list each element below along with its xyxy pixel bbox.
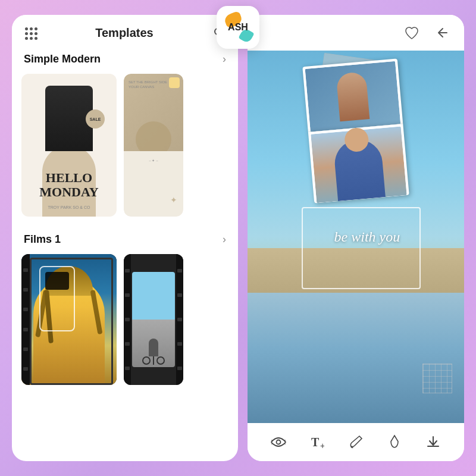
logo-text: ASH bbox=[228, 22, 248, 33]
film-hole bbox=[125, 342, 130, 346]
left-content: Simple Modern › SALE HELLOMONDAY TROY PA… bbox=[12, 48, 238, 461]
bohemian-top: SET THE BRIGHT SIDEYOUR CANVAS bbox=[124, 74, 183, 151]
film-strip-vertical bbox=[124, 254, 183, 385]
left-header: Templates bbox=[12, 15, 238, 48]
polaroid-strip bbox=[302, 58, 409, 203]
left-panel: Templates Simple Modern › SALE bbox=[12, 15, 238, 461]
text-add-icon[interactable]: T + bbox=[308, 433, 327, 452]
dot bbox=[25, 32, 28, 35]
film-hole bbox=[177, 367, 182, 370]
films-1-arrow[interactable]: › bbox=[223, 233, 226, 246]
film-image-area bbox=[132, 272, 175, 367]
film-hole bbox=[23, 268, 28, 272]
simple-modern-title: Simple Modern bbox=[24, 53, 101, 65]
film-hole bbox=[125, 293, 130, 297]
film-hole bbox=[125, 318, 130, 321]
film-hole bbox=[177, 342, 182, 346]
films-templates bbox=[21, 254, 228, 385]
dot bbox=[30, 32, 33, 35]
right-header bbox=[248, 15, 464, 51]
download-icon[interactable] bbox=[424, 433, 443, 452]
film-hole bbox=[23, 288, 28, 292]
color-drop-icon[interactable] bbox=[385, 433, 404, 452]
back-icon[interactable] bbox=[433, 23, 452, 42]
simple-modern-templates: SALE HELLOMONDAY TROY PARK SO & CO SET T… bbox=[21, 74, 228, 217]
film-strip-template[interactable] bbox=[124, 254, 183, 385]
film-holes-right bbox=[176, 254, 183, 385]
bohemian-template[interactable]: SET THE BRIGHT SIDEYOUR CANVAS ✦ ~ ✦ ~ bbox=[124, 74, 183, 217]
films-1-title: Films 1 bbox=[24, 233, 61, 246]
film-hole bbox=[125, 269, 130, 273]
svg-text:+: + bbox=[320, 441, 324, 450]
film-hole bbox=[23, 328, 28, 331]
simple-modern-section-header: Simple Modern › bbox=[21, 53, 228, 65]
grid-tape bbox=[422, 364, 452, 393]
films-1-section-header: Films 1 › bbox=[21, 233, 228, 246]
svg-text:T: T bbox=[311, 436, 320, 449]
film-hole bbox=[23, 347, 28, 351]
page-title: Templates bbox=[95, 26, 153, 40]
polaroid-photo-top bbox=[302, 58, 403, 132]
beach-water bbox=[248, 274, 464, 423]
script-text-overlay: be with you bbox=[334, 229, 400, 245]
star-icon: ✦ bbox=[170, 195, 177, 205]
hamburger-menu-icon[interactable] bbox=[24, 26, 37, 39]
preview-image: be with you bbox=[248, 51, 464, 423]
film-hole bbox=[23, 367, 28, 371]
dot bbox=[25, 37, 28, 40]
svg-point-2 bbox=[277, 440, 281, 444]
sale-badge: SALE bbox=[86, 109, 105, 129]
eye-view-icon[interactable] bbox=[269, 433, 288, 452]
dot bbox=[35, 27, 37, 30]
film-hole bbox=[125, 367, 130, 370]
dot bbox=[25, 27, 28, 30]
dot bbox=[35, 32, 37, 35]
favorite-icon[interactable] bbox=[402, 23, 421, 42]
film-hole bbox=[177, 318, 182, 321]
bottom-toolbar: T + bbox=[248, 423, 464, 461]
film-strip-left bbox=[21, 254, 30, 385]
film-hole bbox=[177, 293, 182, 297]
app-logo: ASH bbox=[217, 6, 259, 49]
photo-person-bottom bbox=[311, 126, 407, 203]
main-container: Templates Simple Modern › SALE bbox=[12, 15, 464, 461]
film-holes-left bbox=[124, 254, 131, 385]
brush-icon[interactable] bbox=[346, 433, 365, 452]
dot bbox=[30, 37, 33, 40]
rect-outline-frame bbox=[302, 207, 421, 289]
film-portrait-template[interactable] bbox=[21, 254, 117, 385]
film-hole bbox=[177, 269, 182, 273]
photo-person-top bbox=[305, 61, 401, 132]
hello-monday-text: HELLOMONDAY bbox=[33, 165, 104, 205]
phone-screen bbox=[45, 272, 69, 290]
template-subtext: TROY PARK SO & CO bbox=[33, 205, 104, 209]
film-hole bbox=[23, 308, 28, 311]
hello-monday-template[interactable]: SALE HELLOMONDAY TROY PARK SO & CO bbox=[21, 74, 117, 217]
right-panel: be with you T + bbox=[248, 15, 464, 461]
simple-modern-arrow[interactable]: › bbox=[223, 53, 226, 65]
bohemian-bottom: ✦ ~ ✦ ~ bbox=[124, 151, 183, 217]
dot bbox=[35, 37, 37, 40]
dot bbox=[30, 27, 33, 30]
hat-circle bbox=[136, 121, 171, 151]
polaroid-photo-bottom bbox=[308, 124, 409, 203]
